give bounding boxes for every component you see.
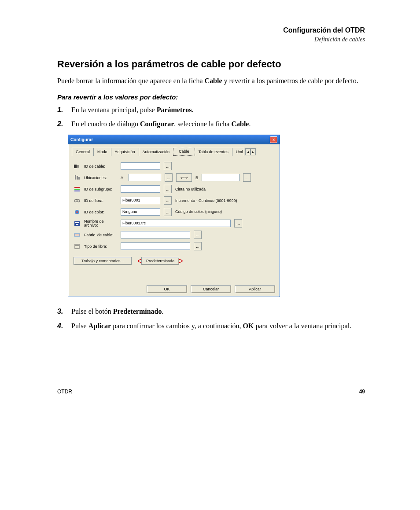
- footer-left: OTDR: [57, 389, 72, 395]
- color-id-icon: [74, 209, 81, 215]
- filename-label: Nombre de archivo:: [84, 220, 117, 227]
- form-area: ID de cable: ... Ubicaciones: A ... ⇐⇒ B…: [68, 156, 280, 269]
- fiber-id-icon: [74, 198, 81, 203]
- tab-automatizacion[interactable]: Automatización: [139, 148, 174, 156]
- footer-page-number: 49: [359, 389, 365, 395]
- filename-input[interactable]: Fiber0001.trc: [121, 220, 231, 227]
- steps-list-bottom: 3.Pulse el botón Predeterminado. 4.Pulse…: [57, 307, 365, 331]
- tab-modo[interactable]: Modo: [93, 148, 111, 156]
- location-a-input[interactable]: [129, 174, 161, 181]
- subgroup-browse[interactable]: ...: [164, 185, 172, 193]
- header-title: Configuración del OTDR: [57, 26, 365, 34]
- svg-rect-4: [75, 175, 76, 180]
- svg-rect-19: [75, 244, 79, 249]
- fiber-type-label: Tipo de fibra:: [84, 244, 117, 249]
- svg-rect-8: [74, 189, 80, 190]
- configurar-dialog: Configurar X General Modo Adquisición Au…: [68, 135, 280, 297]
- fabric-browse[interactable]: ...: [194, 231, 202, 239]
- svg-rect-5: [77, 176, 78, 180]
- locations-label: Ubicaciones:: [84, 176, 117, 180]
- tab-scroll-left[interactable]: ◂: [245, 148, 251, 155]
- svg-point-10: [74, 199, 77, 202]
- fiber-id-label: ID de fibra:: [84, 198, 117, 203]
- step-4: 4.Pulse Aplicar para confirmar los cambi…: [57, 321, 365, 331]
- subgroup-input[interactable]: [121, 185, 160, 193]
- codigo-color-info: Código de color: (ninguno): [175, 210, 222, 214]
- tab-scroller: ◂ ▸: [245, 148, 256, 156]
- save-icon: [74, 221, 81, 226]
- step-number: 3.: [57, 307, 71, 317]
- swap-arrows-icon: ⇐⇒: [181, 175, 188, 180]
- color-id-label: ID de color:: [84, 210, 117, 214]
- fiber-id-input[interactable]: Fiber0001: [121, 197, 160, 204]
- color-id-browse[interactable]: ...: [164, 208, 172, 216]
- svg-rect-7: [74, 187, 80, 188]
- intro-text-2: y revertir a los parámetros de cable por…: [222, 77, 358, 84]
- step-3: 3.Pulse el botón Predeterminado.: [57, 307, 365, 317]
- svg-rect-16: [76, 224, 78, 225]
- incremento-info: Incremento - Continuo (0001-9999): [175, 198, 237, 203]
- fiber-type-browse[interactable]: ...: [194, 242, 202, 250]
- cable-id-icon: [74, 164, 81, 169]
- subgroup-icon: [74, 187, 81, 192]
- step-number: 2.: [57, 119, 71, 129]
- cable-id-browse[interactable]: ...: [164, 162, 172, 170]
- dialog-button-row: OK Cancelar Aplicar: [68, 269, 280, 297]
- tab-tabla-eventos[interactable]: Tabla de eventos: [195, 148, 232, 156]
- tab-cable[interactable]: Cable: [173, 148, 195, 156]
- step-number: 1.: [57, 105, 71, 115]
- page-header: Configuración del OTDR Definición de cab…: [57, 26, 365, 46]
- section-title: Reversión a los parámetros de cable por …: [57, 59, 365, 70]
- location-a-label: A: [121, 176, 125, 180]
- location-b-input[interactable]: [202, 174, 239, 181]
- predeterminado-highlight: Predeterminado: [138, 257, 183, 264]
- cable-id-label: ID de cable:: [84, 164, 117, 169]
- cancel-button[interactable]: Cancelar: [191, 285, 231, 293]
- svg-rect-9: [74, 191, 80, 191]
- swap-locations-button[interactable]: ⇐⇒: [176, 173, 192, 182]
- location-b-browse[interactable]: ...: [243, 173, 251, 182]
- svg-rect-15: [75, 222, 79, 223]
- step-number: 4.: [57, 321, 71, 331]
- procedure-subheading: Para revertir a los valores por defecto:: [57, 93, 365, 101]
- locations-icon: [74, 175, 81, 180]
- fabric-icon: [74, 232, 81, 238]
- tab-umb[interactable]: Uml: [232, 148, 244, 156]
- filename-browse[interactable]: ...: [234, 219, 242, 227]
- cable-id-input[interactable]: [121, 162, 160, 170]
- dialog-title: Configurar: [70, 137, 93, 142]
- svg-rect-6: [78, 177, 80, 180]
- fabric-input[interactable]: [121, 231, 190, 238]
- tab-strip: General Modo Adquisición Automatización …: [68, 144, 280, 156]
- header-subtitle: Definición de cables: [57, 36, 365, 43]
- step-2: 2.En el cuadro de diálogo Configurar, se…: [57, 119, 365, 129]
- fabric-label: Fabric. de cable:: [84, 233, 117, 237]
- cinta-info: Cinta no utilizada: [175, 187, 206, 191]
- intro-paragraph: Puede borrar la información que aparece …: [57, 76, 365, 86]
- location-a-browse[interactable]: ...: [165, 173, 173, 182]
- intro-text-1: Puede borrar la información que aparece …: [57, 77, 205, 84]
- fiber-id-browse[interactable]: ...: [164, 196, 172, 205]
- step-1: 1.En la ventana principal, pulse Parámet…: [57, 105, 365, 115]
- fiber-type-input[interactable]: [121, 242, 190, 250]
- intro-bold-1: Cable: [205, 77, 222, 84]
- color-id-input[interactable]: Ninguno: [121, 208, 160, 216]
- tab-general[interactable]: General: [72, 148, 94, 156]
- svg-rect-0: [74, 165, 77, 168]
- trabajo-comentarios-button[interactable]: Trabajo y comentarios...: [74, 257, 132, 265]
- location-b-label: B: [195, 176, 198, 180]
- page-footer: OTDR 49: [57, 389, 365, 395]
- dialog-titlebar[interactable]: Configurar X: [68, 135, 280, 144]
- ok-button[interactable]: OK: [147, 285, 187, 293]
- aplicar-button[interactable]: Aplicar: [235, 285, 275, 293]
- fiber-type-icon: [74, 244, 81, 249]
- svg-point-11: [77, 199, 80, 202]
- steps-list-top: 1.En la ventana principal, pulse Parámet…: [57, 105, 365, 129]
- subgroup-label: ID de subgrupo:: [84, 187, 117, 191]
- tab-scroll-right[interactable]: ▸: [251, 148, 256, 155]
- svg-point-13: [76, 211, 78, 213]
- tab-adquisicion[interactable]: Adquisición: [111, 148, 139, 156]
- predeterminado-button[interactable]: Predeterminado: [141, 257, 179, 265]
- close-button[interactable]: X: [270, 136, 277, 143]
- close-icon: X: [272, 138, 275, 142]
